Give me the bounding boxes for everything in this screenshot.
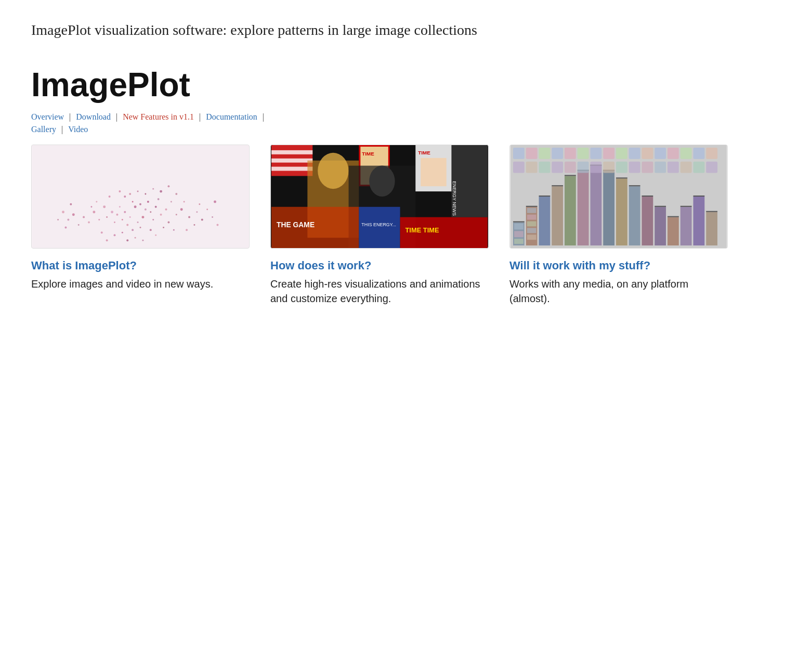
svg-rect-160: [578, 162, 589, 173]
svg-point-33: [93, 211, 95, 214]
svg-point-11: [137, 222, 139, 223]
svg-rect-125: [680, 207, 692, 245]
page-subtitle: ImagePlot visualization software: explor…: [31, 21, 499, 40]
nav-sep-2: |: [116, 112, 117, 122]
svg-point-29: [98, 219, 100, 220]
svg-point-70: [212, 217, 213, 218]
svg-point-86: [369, 166, 395, 197]
svg-point-71: [64, 227, 67, 229]
svg-point-36: [163, 227, 164, 228]
card-image-2: TIME TIME THE GAME THIS ENERGY... TIME T…: [270, 145, 489, 249]
svg-point-35: [114, 235, 116, 237]
svg-point-44: [101, 232, 103, 234]
nav-documentation[interactable]: Documentation: [206, 112, 257, 122]
svg-point-23: [132, 229, 134, 231]
svg-rect-105: [552, 187, 563, 246]
svg-rect-117: [629, 187, 640, 246]
svg-rect-118: [629, 186, 640, 187]
svg-point-25: [165, 209, 167, 211]
svg-point-81: [318, 153, 348, 189]
svg-rect-96: [452, 145, 488, 217]
svg-rect-161: [591, 162, 602, 173]
svg-rect-106: [552, 186, 563, 187]
svg-point-9: [150, 212, 151, 213]
svg-point-37: [88, 222, 90, 224]
nav-sep-5: |: [61, 125, 63, 134]
svg-point-19: [124, 196, 126, 198]
svg-point-69: [70, 203, 72, 205]
svg-rect-116: [616, 178, 627, 179]
svg-text:ENERGY NEWS: ENERGY NEWS: [452, 181, 457, 216]
svg-rect-134: [527, 208, 536, 213]
svg-point-5: [122, 219, 123, 220]
svg-point-53: [167, 186, 169, 188]
svg-point-63: [193, 224, 195, 226]
card-3-heading[interactable]: Will it work with my stuff?: [509, 259, 728, 272]
nav-gallery[interactable]: Gallery: [31, 125, 56, 134]
cards-container: What is ImagePlot? Explore images and vi…: [31, 145, 781, 306]
svg-rect-166: [654, 162, 666, 173]
svg-rect-135: [527, 215, 536, 220]
svg-point-2: [134, 206, 137, 209]
svg-rect-77: [271, 150, 312, 154]
svg-point-6: [145, 209, 147, 211]
svg-rect-132: [514, 231, 523, 238]
nav-new-features[interactable]: New Features in v1.1: [123, 112, 194, 122]
svg-point-18: [152, 219, 154, 220]
nav-links: Overview | Download | New Features in v1…: [31, 112, 781, 134]
svg-point-51: [160, 190, 162, 193]
svg-rect-123: [667, 217, 679, 245]
svg-point-45: [173, 229, 175, 231]
svg-point-30: [167, 222, 169, 224]
svg-rect-147: [616, 148, 627, 159]
card-image-3: [509, 145, 728, 249]
svg-point-41: [83, 216, 85, 218]
svg-rect-127: [693, 197, 705, 245]
card-2-text: Create high-res visualizations and anima…: [270, 277, 489, 306]
svg-rect-164: [629, 162, 640, 173]
svg-text:THE GAME: THE GAME: [277, 221, 315, 229]
svg-point-10: [126, 224, 128, 226]
svg-rect-130: [706, 211, 717, 212]
svg-rect-146: [603, 148, 614, 159]
svg-rect-156: [526, 162, 538, 173]
card-1-heading[interactable]: What is ImagePlot?: [31, 259, 250, 272]
svg-rect-141: [539, 148, 551, 159]
nav-download[interactable]: Download: [76, 112, 111, 122]
svg-rect-103: [539, 197, 551, 245]
svg-rect-115: [616, 179, 627, 246]
svg-point-74: [217, 224, 219, 226]
svg-point-60: [72, 214, 75, 216]
svg-point-64: [67, 219, 69, 221]
svg-point-7: [132, 201, 134, 203]
svg-rect-140: [526, 148, 538, 159]
svg-rect-111: [591, 166, 602, 245]
svg-rect-159: [565, 162, 576, 173]
svg-point-59: [186, 229, 188, 231]
svg-rect-142: [552, 148, 563, 159]
svg-rect-138: [527, 235, 536, 240]
card-2-heading[interactable]: How does it work?: [270, 259, 489, 272]
nav-sep-1: |: [69, 112, 71, 122]
svg-text:TIME TIME: TIME TIME: [405, 227, 439, 235]
svg-rect-149: [642, 148, 653, 159]
svg-rect-136: [527, 222, 536, 227]
svg-rect-170: [706, 162, 717, 173]
svg-point-40: [155, 235, 156, 236]
svg-rect-121: [654, 207, 666, 245]
nav-overview[interactable]: Overview: [31, 112, 64, 122]
svg-rect-154: [706, 148, 717, 159]
svg-rect-109: [578, 171, 589, 246]
page-title: ImagePlot: [31, 66, 781, 104]
svg-point-66: [201, 219, 203, 221]
svg-point-21: [160, 214, 162, 216]
svg-point-20: [140, 227, 141, 228]
svg-point-13: [119, 206, 121, 208]
svg-rect-151: [667, 148, 679, 159]
card-image-1: [31, 145, 250, 249]
svg-point-39: [126, 240, 128, 242]
svg-point-38: [176, 214, 177, 216]
svg-rect-145: [591, 148, 602, 159]
nav-video[interactable]: Video: [68, 125, 88, 134]
svg-text:TIME: TIME: [418, 150, 430, 155]
